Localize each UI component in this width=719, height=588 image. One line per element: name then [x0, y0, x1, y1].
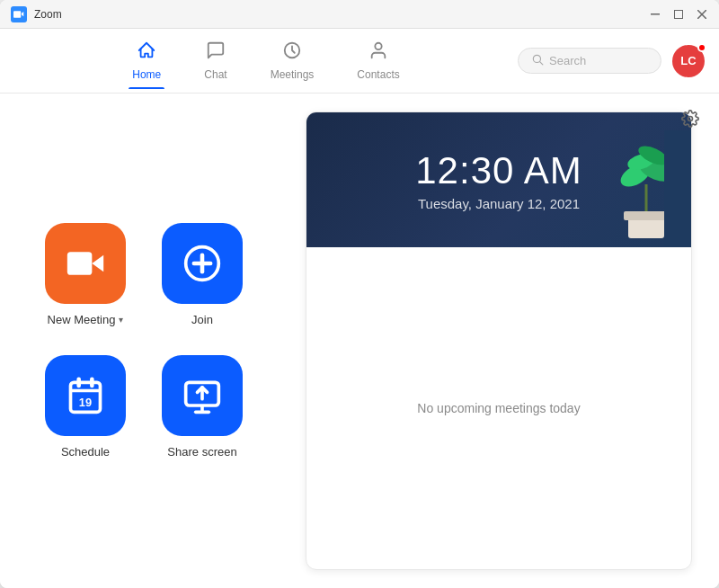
schedule-action[interactable]: 19 Schedule: [45, 355, 126, 459]
schedule-label: Schedule: [61, 445, 110, 459]
tab-meetings[interactable]: Meetings: [249, 33, 336, 88]
meetings-icon: [282, 40, 302, 65]
tab-contacts-label: Contacts: [357, 68, 399, 81]
svg-rect-10: [67, 252, 93, 275]
svg-line-8: [540, 62, 543, 65]
svg-point-9: [688, 117, 693, 121]
current-date: Tuesday, January 12, 2021: [418, 196, 580, 211]
join-button[interactable]: [162, 223, 243, 304]
tab-contacts[interactable]: Contacts: [335, 33, 421, 88]
calendar-panel: 12:30 AM Tuesday, January 12, 2021: [306, 94, 719, 588]
title-bar-controls: [649, 8, 708, 21]
minimize-button[interactable]: [649, 8, 661, 21]
svg-text:19: 19: [79, 396, 92, 409]
no-meetings-text: No upcoming meetings today: [417, 401, 580, 415]
main-content: New Meeting ▾ Join: [0, 94, 719, 588]
new-meeting-action[interactable]: New Meeting ▾: [45, 223, 126, 326]
calendar-body: No upcoming meetings today: [306, 247, 691, 569]
nav-bar: Home Chat Meetings: [0, 29, 719, 94]
settings-button[interactable]: [676, 104, 705, 133]
chat-icon: [206, 40, 226, 65]
maximize-button[interactable]: [672, 8, 685, 21]
search-icon: [531, 53, 544, 68]
svg-point-6: [375, 43, 381, 49]
actions-row-1: New Meeting ▾ Join: [45, 223, 270, 326]
tab-home[interactable]: Home: [111, 33, 182, 88]
svg-rect-1: [651, 13, 660, 15]
search-placeholder: Search: [549, 54, 586, 67]
avatar-badge: [697, 43, 706, 52]
svg-rect-30: [664, 130, 691, 247]
title-bar: Zoom: [0, 0, 719, 29]
chevron-down-icon: ▾: [119, 315, 123, 325]
new-meeting-button[interactable]: [45, 223, 126, 304]
tab-chat[interactable]: Chat: [182, 33, 248, 88]
current-time: 12:30 AM: [415, 149, 581, 192]
plant-decoration-icon: [601, 130, 691, 247]
share-screen-action[interactable]: Share screen: [162, 355, 243, 459]
tab-meetings-label: Meetings: [271, 68, 315, 81]
calendar-header: 12:30 AM Tuesday, January 12, 2021: [306, 112, 691, 247]
user-avatar[interactable]: LC: [672, 45, 705, 77]
schedule-button[interactable]: 19: [45, 355, 126, 436]
contacts-icon: [368, 40, 388, 65]
share-screen-label: Share screen: [167, 445, 236, 459]
calendar-card: 12:30 AM Tuesday, January 12, 2021: [306, 111, 692, 570]
nav-tabs: Home Chat Meetings: [14, 33, 518, 88]
home-icon: [137, 40, 156, 65]
join-label: Join: [191, 313, 213, 326]
search-bar[interactable]: Search: [518, 48, 661, 74]
app-window: Zoom Home: [0, 0, 719, 588]
tab-home-label: Home: [132, 68, 161, 81]
close-button[interactable]: [696, 8, 708, 21]
title-bar-left: Zoom: [11, 6, 62, 22]
actions-row-2: 19 Schedule: [45, 355, 270, 459]
calendar-header-content: 12:30 AM Tuesday, January 12, 2021: [415, 149, 581, 211]
actions-panel: New Meeting ▾ Join: [0, 94, 306, 588]
app-title: Zoom: [34, 8, 62, 21]
new-meeting-label: New Meeting ▾: [48, 313, 124, 326]
zoom-logo-icon: [11, 6, 27, 22]
svg-rect-24: [624, 211, 669, 220]
share-screen-button[interactable]: [162, 355, 243, 436]
svg-rect-2: [675, 10, 683, 18]
tab-chat-label: Chat: [204, 68, 226, 81]
join-action[interactable]: Join: [162, 223, 243, 326]
